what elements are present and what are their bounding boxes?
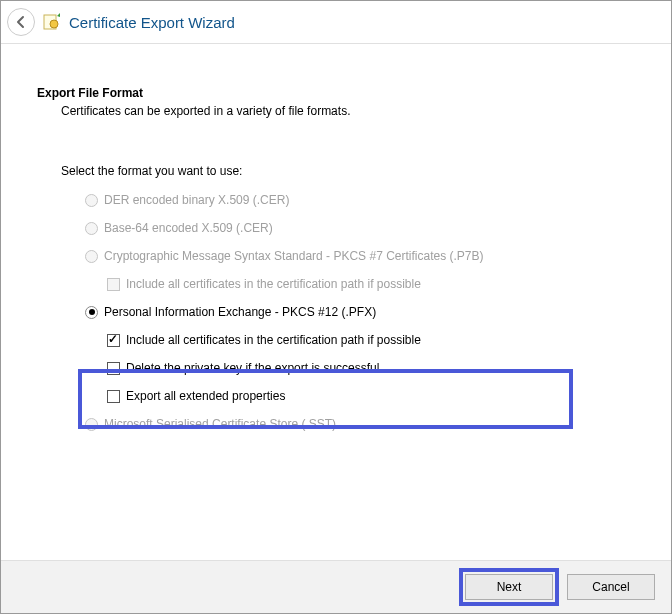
radio-icon [85, 222, 98, 235]
format-select-label: Select the format you want to use: [61, 164, 635, 178]
highlight-annotation-next: Next [459, 568, 559, 606]
radio-sst: Microsoft Serialised Certificate Store (… [85, 414, 635, 434]
next-button[interactable]: Next [465, 574, 553, 600]
section-subheading: Certificates can be exported in a variet… [61, 104, 635, 118]
content-area: Export File Format Certificates can be e… [1, 44, 671, 560]
radio-icon [85, 250, 98, 263]
checkbox-pfx-include-label: Include all certificates in the certific… [126, 333, 421, 347]
radio-der-label: DER encoded binary X.509 (.CER) [104, 193, 289, 207]
radio-base64-label: Base-64 encoded X.509 (.CER) [104, 221, 273, 235]
titlebar: Certificate Export Wizard [1, 1, 671, 44]
radio-icon [85, 194, 98, 207]
cancel-button[interactable]: Cancel [567, 574, 655, 600]
checkbox-pfx-include[interactable]: Include all certificates in the certific… [107, 330, 635, 350]
radio-p7b-label: Cryptographic Message Syntax Standard - … [104, 249, 484, 263]
checkbox-pfx-delete-key-label: Delete the private key if the export is … [126, 361, 379, 375]
checkbox-pfx-delete-key[interactable]: Delete the private key if the export is … [107, 358, 635, 378]
radio-icon [85, 418, 98, 431]
checkbox-icon [107, 334, 120, 347]
checkbox-pfx-export-ext[interactable]: Export all extended properties [107, 386, 635, 406]
checkbox-pfx-export-ext-label: Export all extended properties [126, 389, 285, 403]
back-arrow-icon [14, 15, 28, 29]
checkbox-p7b-include-label: Include all certificates in the certific… [126, 277, 421, 291]
window-title: Certificate Export Wizard [69, 14, 235, 31]
radio-icon [85, 306, 98, 319]
footer-bar: Next Cancel [1, 560, 671, 613]
format-options: DER encoded binary X.509 (.CER) Base-64 … [85, 190, 635, 434]
checkbox-p7b-include: Include all certificates in the certific… [107, 274, 635, 294]
radio-pfx-label: Personal Information Exchange - PKCS #12… [104, 305, 376, 319]
checkbox-icon [107, 390, 120, 403]
checkbox-icon [107, 362, 120, 375]
radio-der: DER encoded binary X.509 (.CER) [85, 190, 635, 210]
certificate-icon [43, 13, 61, 31]
section-heading: Export File Format [37, 86, 635, 100]
radio-p7b: Cryptographic Message Syntax Standard - … [85, 246, 635, 266]
radio-sst-label: Microsoft Serialised Certificate Store (… [104, 417, 336, 431]
radio-pfx[interactable]: Personal Information Exchange - PKCS #12… [85, 302, 635, 322]
wizard-window: Certificate Export Wizard Export File Fo… [0, 0, 672, 614]
back-button[interactable] [7, 8, 35, 36]
radio-base64: Base-64 encoded X.509 (.CER) [85, 218, 635, 238]
svg-point-1 [50, 20, 58, 28]
checkbox-icon [107, 278, 120, 291]
